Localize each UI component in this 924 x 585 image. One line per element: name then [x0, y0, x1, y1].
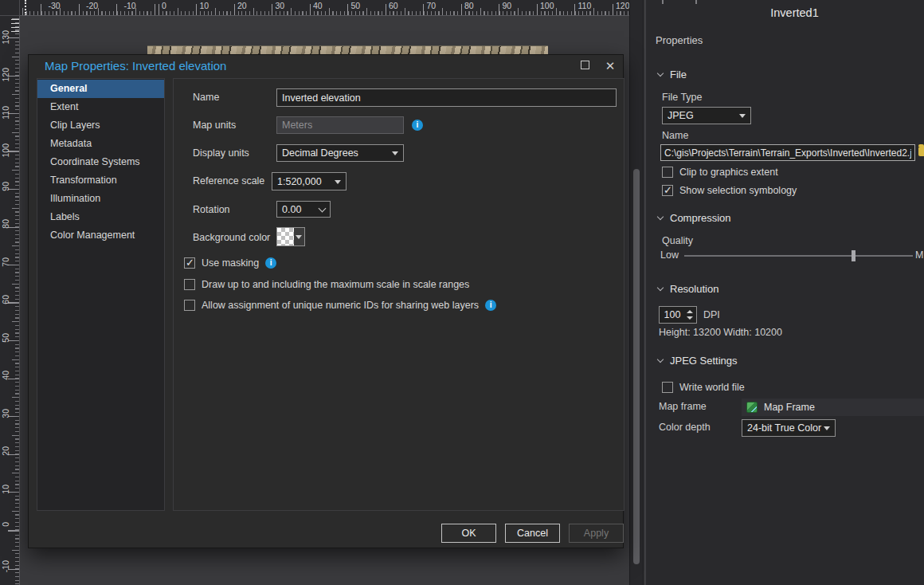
unique-ids-checkbox[interactable]: [184, 300, 195, 311]
chevron-down-icon: [657, 356, 664, 363]
jpeg-settings-section-header[interactable]: JPEG Settings: [658, 355, 738, 367]
spinner-down-icon[interactable]: [687, 316, 693, 320]
quality-max-label: M: [915, 249, 923, 261]
left-ruler[interactable]: 1301201101009080706050403020100-10: [0, 16, 20, 585]
left-ruler-label: 110: [1, 106, 10, 120]
top-ruler-label: 60: [389, 1, 398, 10]
left-ruler-label: 70: [1, 257, 10, 267]
draw-max-scale-checkbox-row[interactable]: Draw up to and including the maximum sca…: [184, 279, 469, 290]
unique-ids-checkbox-row[interactable]: Allow assignment of unique numeric IDs f…: [184, 300, 496, 311]
ruler-origin-marker: [25, 0, 26, 16]
resolution-section-header[interactable]: Resolution: [658, 283, 718, 295]
top-ruler-label: -10: [124, 1, 136, 10]
panel-header-clipped-text: [662, 0, 710, 4]
ruler-corner: [0, 0, 20, 16]
app-window: -30-20-100102030405060708090100110120 13…: [0, 0, 924, 585]
draw-max-scale-checkbox[interactable]: [184, 279, 195, 290]
map-properties-dialog: Map Properties: Inverted elevation ✕ Gen…: [28, 54, 624, 548]
tab-illumination[interactable]: Illumination: [37, 190, 164, 208]
properties-heading: Properties: [656, 34, 703, 46]
quality-slider[interactable]: [684, 255, 913, 257]
top-ruler-label: 10: [200, 1, 209, 10]
export-pane: Inverted1 Properties File File Type JPEG…: [645, 0, 924, 585]
left-ruler-label: 120: [1, 68, 10, 82]
info-icon[interactable]: i: [412, 120, 423, 131]
dialog-titlebar[interactable]: Map Properties: Inverted elevation ✕: [29, 55, 623, 77]
top-ruler-label: -20: [86, 1, 98, 10]
clip-graphics-checkbox-row[interactable]: Clip to graphics extent: [662, 167, 778, 178]
apply-button: Apply: [569, 524, 624, 543]
info-icon[interactable]: i: [485, 300, 496, 311]
map-frame-thumbnail-icon: [746, 402, 758, 413]
tab-clip-layers[interactable]: Clip Layers: [37, 116, 164, 135]
scrollbar-thumb[interactable]: [633, 169, 640, 564]
top-ruler[interactable]: -30-20-100102030405060708090100110120: [20, 0, 629, 16]
export-item-title: Inverted1: [646, 6, 924, 19]
tab-general[interactable]: General: [37, 80, 164, 98]
use-masking-checkbox[interactable]: [184, 257, 195, 269]
quality-slider-thumb[interactable]: [852, 250, 855, 261]
browse-folder-icon[interactable]: [918, 147, 924, 156]
file-section-header[interactable]: File: [658, 69, 687, 80]
vertical-scrollbar[interactable]: [629, 0, 644, 585]
write-world-file-checkbox-row[interactable]: Write world file: [662, 382, 745, 393]
color-depth-select[interactable]: 24-bit True Color: [742, 419, 836, 437]
tab-extent[interactable]: Extent: [37, 98, 164, 116]
top-ruler-label: 90: [503, 1, 512, 10]
top-ruler-label: -30: [49, 1, 61, 10]
dpi-spinner[interactable]: 100: [659, 306, 697, 324]
chevron-down-icon: [657, 285, 664, 291]
left-ruler-label: 30: [1, 409, 10, 418]
clip-graphics-label: Clip to graphics extent: [679, 167, 778, 178]
draw-max-scale-label: Draw up to and including the maximum sca…: [202, 279, 469, 290]
left-ruler-label: 20: [1, 446, 10, 456]
compression-section-header[interactable]: Compression: [658, 212, 731, 224]
selection-symbology-checkbox-row[interactable]: Show selection symbology: [662, 185, 797, 196]
cancel-button[interactable]: Cancel: [505, 524, 560, 543]
tab-labels[interactable]: Labels: [37, 208, 164, 226]
left-ruler-label: 0: [1, 522, 10, 527]
dialog-title: Map Properties: Inverted elevation: [45, 59, 226, 73]
clip-graphics-checkbox[interactable]: [662, 167, 673, 178]
left-ruler-label: -10: [1, 560, 10, 572]
background-color-picker[interactable]: [276, 227, 305, 246]
reference-scale-label: Reference scale: [193, 175, 264, 186]
left-ruler-label: 90: [1, 182, 10, 191]
top-ruler-label: 120: [616, 1, 629, 10]
left-ruler-label: 80: [1, 219, 10, 229]
map-frame-select[interactable]: Map Frame: [742, 399, 924, 416]
file-type-label: File Type: [662, 92, 703, 103]
display-units-select[interactable]: Decimal Degrees: [276, 144, 404, 162]
selection-symbology-checkbox[interactable]: [662, 185, 673, 196]
use-masking-checkbox-row[interactable]: Use masking i: [184, 257, 276, 269]
left-ruler-label: 100: [1, 143, 10, 158]
spinner-up-icon[interactable]: [687, 310, 693, 313]
tab-color-management[interactable]: Color Management: [37, 226, 164, 245]
restore-window-icon[interactable]: [578, 60, 591, 73]
reference-scale-select[interactable]: 1:520,000: [272, 172, 346, 190]
left-ruler-label: 130: [1, 30, 10, 45]
left-ruler-label: 10: [1, 485, 10, 494]
info-icon[interactable]: i: [265, 257, 276, 269]
rotation-combo[interactable]: 0.00: [276, 201, 331, 218]
quality-min-label: Low: [660, 249, 679, 261]
file-type-select[interactable]: JPEG: [662, 107, 751, 124]
dialog-content-panel: Name Map units i Display units Decimal D…: [173, 78, 624, 511]
ruler-origin-marker-left: [11, 19, 19, 35]
color-depth-label: Color depth: [659, 422, 711, 433]
tab-metadata[interactable]: Metadata: [37, 135, 164, 153]
close-icon[interactable]: ✕: [604, 60, 617, 73]
map-units-label: Map units: [193, 120, 236, 131]
no-color-swatch: [277, 228, 294, 245]
ok-button[interactable]: OK: [441, 524, 496, 543]
write-world-file-checkbox[interactable]: [662, 382, 673, 393]
tab-transformation[interactable]: Transformation: [37, 171, 164, 190]
top-ruler-label: 70: [427, 1, 437, 10]
file-path-input[interactable]: [660, 144, 915, 161]
display-units-label: Display units: [193, 147, 249, 159]
tab-coordinate-systems[interactable]: Coordinate Systems: [37, 153, 164, 171]
left-ruler-label: 60: [1, 295, 10, 304]
top-ruler-label: 80: [464, 1, 474, 10]
dpi-unit-label: DPI: [703, 309, 720, 320]
map-name-input[interactable]: [276, 88, 617, 107]
